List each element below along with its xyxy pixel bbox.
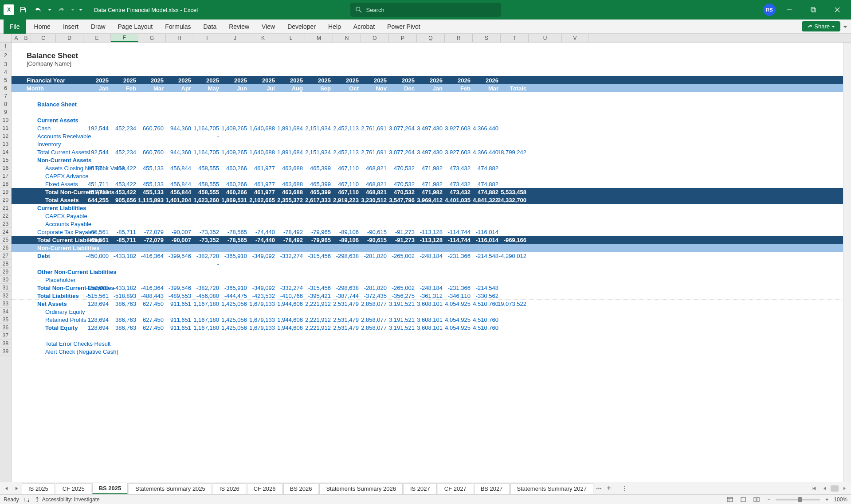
col-head-G[interactable]: G xyxy=(138,34,166,42)
row-head-26[interactable]: 26 xyxy=(0,244,11,252)
col-head-J[interactable]: J xyxy=(221,34,249,42)
normal-view-button[interactable] xyxy=(725,496,735,504)
row-head-25[interactable]: 25 xyxy=(0,236,11,244)
row-head-6[interactable]: 6 xyxy=(0,84,11,92)
row-head-9[interactable]: 9 xyxy=(0,108,11,116)
row-head-2[interactable]: 2 xyxy=(0,51,11,60)
row-head-8[interactable]: 8 xyxy=(0,100,11,108)
row-head-39[interactable]: 39 xyxy=(0,348,11,356)
row-head-31[interactable]: 31 xyxy=(0,284,11,292)
sheet-nav-next[interactable] xyxy=(12,484,21,493)
undo-button[interactable] xyxy=(32,4,44,16)
row-head-14[interactable]: 14 xyxy=(0,148,11,156)
row-head-28[interactable]: 28 xyxy=(0,260,11,268)
col-head-N[interactable]: N xyxy=(333,34,361,42)
ribbon-tab-insert[interactable]: Insert xyxy=(57,20,85,34)
col-head-T[interactable]: T xyxy=(501,34,529,42)
row-head-10[interactable]: 10 xyxy=(0,116,11,124)
hscroll-right[interactable] xyxy=(839,484,849,493)
grid-body[interactable]: Balance Sheet[Company Name]Financial Yea… xyxy=(12,43,843,482)
col-head-Q[interactable]: Q xyxy=(417,34,445,42)
ribbon-tab-file[interactable]: File xyxy=(4,20,26,34)
row-head-18[interactable]: 18 xyxy=(0,180,11,188)
row-head-38[interactable]: 38 xyxy=(0,340,11,348)
page-break-view-button[interactable] xyxy=(751,496,762,504)
zoom-level[interactable]: 100% xyxy=(834,496,847,503)
col-head-B[interactable]: B xyxy=(21,34,31,42)
ribbon-collapse-icon[interactable] xyxy=(843,24,847,29)
row-head-32[interactable]: 32 xyxy=(0,292,11,300)
ribbon-tab-developer[interactable]: Developer xyxy=(281,20,322,34)
col-head-V[interactable]: V xyxy=(562,34,588,42)
ribbon-tab-home[interactable]: Home xyxy=(28,20,57,34)
sheets-menu[interactable]: ⋮ xyxy=(620,484,629,493)
row-head-21[interactable]: 21 xyxy=(0,204,11,212)
row-head-24[interactable]: 24 xyxy=(0,228,11,236)
ribbon-tab-page-layout[interactable]: Page Layout xyxy=(112,20,159,34)
col-head-F[interactable]: F xyxy=(111,34,138,42)
redo-button[interactable] xyxy=(55,4,67,16)
row-head-20[interactable]: 20 xyxy=(0,196,11,204)
col-head-L[interactable]: L xyxy=(277,34,305,42)
hscroll-left[interactable] xyxy=(820,484,830,493)
row-head-29[interactable]: 29 xyxy=(0,268,11,276)
ribbon-tab-data[interactable]: Data xyxy=(197,20,223,34)
ribbon-tab-view[interactable]: View xyxy=(255,20,281,34)
row-head-13[interactable]: 13 xyxy=(0,140,11,148)
add-sheet-button[interactable]: + xyxy=(604,484,614,493)
minimize-button[interactable] xyxy=(779,0,800,20)
vertical-scrollbar[interactable] xyxy=(843,43,851,482)
row-head-27[interactable]: 27 xyxy=(0,252,11,260)
sheets-more[interactable]: ⋯ xyxy=(594,484,604,493)
col-head-E[interactable]: E xyxy=(83,34,111,42)
row-head-4[interactable]: 4 xyxy=(0,68,11,76)
col-head-R[interactable]: R xyxy=(445,34,473,42)
sheet-tab-bs-2026[interactable]: BS 2026 xyxy=(283,483,319,494)
row-head-36[interactable]: 36 xyxy=(0,324,11,332)
col-head-K[interactable]: K xyxy=(249,34,277,42)
row-head-15[interactable]: 15 xyxy=(0,156,11,164)
sheet-tab-is-2025[interactable]: IS 2025 xyxy=(22,483,55,494)
row-head-11[interactable]: 11 xyxy=(0,124,11,132)
col-head-U[interactable]: U xyxy=(529,34,562,42)
col-head-A[interactable]: A xyxy=(12,34,21,42)
row-head-1[interactable]: 1 xyxy=(0,43,11,51)
col-head-M[interactable]: M xyxy=(305,34,333,42)
sheet-tab-statements-summary-2025[interactable]: Statements Summary 2025 xyxy=(129,483,212,494)
search-box[interactable]: Search xyxy=(350,3,501,17)
sheet-tab-bs-2027[interactable]: BS 2027 xyxy=(474,483,510,494)
sheet-tab-cf-2026[interactable]: CF 2026 xyxy=(247,483,282,494)
horizontal-scrollbar[interactable] xyxy=(831,485,839,492)
sheet-tab-cf-2025[interactable]: CF 2025 xyxy=(56,483,91,494)
sheet-tab-statements-summary-2026[interactable]: Statements Summary 2026 xyxy=(319,483,403,494)
save-button[interactable] xyxy=(17,4,29,16)
sheet-tab-statements-summary-2027[interactable]: Statements Summary 2027 xyxy=(510,483,594,494)
macro-record-icon[interactable] xyxy=(24,496,30,503)
row-head-35[interactable]: 35 xyxy=(0,316,11,324)
user-avatar[interactable]: RS xyxy=(763,4,776,16)
ribbon-tab-help[interactable]: Help xyxy=(322,20,347,34)
row-head-7[interactable]: 7 xyxy=(0,92,11,100)
share-button[interactable]: Share xyxy=(802,21,840,31)
row-head-16[interactable]: 16 xyxy=(0,164,11,172)
zoom-in-button[interactable]: + xyxy=(825,496,828,503)
row-head-12[interactable]: 12 xyxy=(0,132,11,140)
ribbon-tab-formulas[interactable]: Formulas xyxy=(159,20,197,34)
select-all-corner[interactable] xyxy=(0,34,12,42)
row-head-34[interactable]: 34 xyxy=(0,308,11,316)
redo-dropdown[interactable] xyxy=(70,4,75,16)
col-head-O[interactable]: O xyxy=(361,34,389,42)
col-head-P[interactable]: P xyxy=(389,34,417,42)
col-head-S[interactable]: S xyxy=(473,34,501,42)
row-head-17[interactable]: 17 xyxy=(0,172,11,180)
col-head-D[interactable]: D xyxy=(56,34,83,42)
hscroll-left-end[interactable] xyxy=(809,484,819,493)
col-head-H[interactable]: H xyxy=(166,34,193,42)
row-headers[interactable]: 1234567891011121314151617181920212223242… xyxy=(0,43,12,482)
row-head-33[interactable]: 33 xyxy=(0,300,11,308)
row-head-19[interactable]: 19 xyxy=(0,188,11,196)
ribbon-tab-review[interactable]: Review xyxy=(223,20,255,34)
sheet-nav-prev[interactable] xyxy=(2,484,12,493)
undo-dropdown[interactable] xyxy=(47,4,52,16)
ribbon-tab-acrobat[interactable]: Acrobat xyxy=(347,20,381,34)
